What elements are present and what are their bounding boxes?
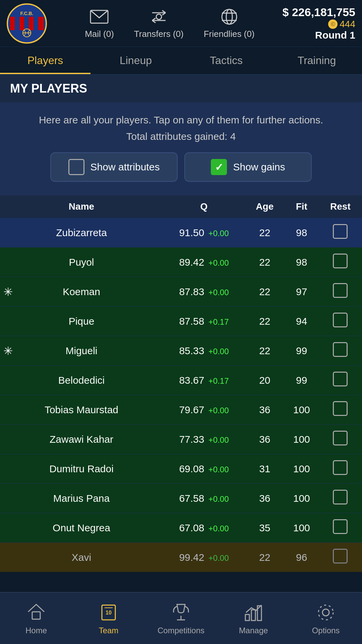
svg-rect-3 xyxy=(19,17,24,30)
total-attributes: Total attributes gained: 4 xyxy=(10,131,352,142)
player-name: Onut Negrea xyxy=(0,513,163,543)
star-badge: ✳ xyxy=(3,344,13,358)
tabs: Players Lineup Tactics Training xyxy=(0,47,362,75)
money-display: $ 226,181,755 xyxy=(283,6,355,19)
mail-label: Mail (0) xyxy=(85,29,114,39)
player-table: Name Q Age Fit Rest Zubizarreta 91.50 +0… xyxy=(0,195,362,572)
player-name: Zubizarreta xyxy=(0,218,163,248)
nav-team[interactable]: 10 Team xyxy=(72,593,145,644)
rest-checkbox[interactable] xyxy=(333,490,348,504)
tab-tactics[interactable]: Tactics xyxy=(181,47,272,74)
rest-checkbox[interactable] xyxy=(333,460,348,475)
rest-checkbox[interactable] xyxy=(333,519,348,534)
rest-checkbox[interactable] xyxy=(333,313,348,327)
player-name: Belodedici xyxy=(0,366,163,395)
rest-checkbox[interactable] xyxy=(333,401,348,416)
table-row[interactable]: Zubizarreta 91.50 +0.00 22 98 xyxy=(0,218,362,248)
svg-rect-22 xyxy=(251,610,255,621)
nav-competitions[interactable]: Competitions xyxy=(145,593,217,644)
rest-checkbox[interactable] xyxy=(333,224,348,239)
coins-display: © 444 xyxy=(283,19,355,30)
svg-text:10: 10 xyxy=(106,610,112,615)
table-row[interactable]: Marius Pana 67.58 +0.00 36 100 xyxy=(0,484,362,513)
rest-checkbox[interactable] xyxy=(333,342,348,357)
table-row[interactable]: Xavi 99.42 +0.00 22 96 xyxy=(0,543,362,572)
player-fit: 99 xyxy=(285,336,319,366)
club-logo[interactable]: F.C.B. xyxy=(7,3,47,44)
friendlies-button[interactable]: Friendlies (0) xyxy=(204,8,255,39)
player-fit: 100 xyxy=(285,425,319,454)
player-age: 35 xyxy=(245,513,285,543)
show-gains-button[interactable]: Show gains xyxy=(184,152,312,182)
table-row[interactable]: Onut Negrea 67.08 +0.00 35 100 xyxy=(0,513,362,543)
transfers-button[interactable]: Transfers (0) xyxy=(134,8,184,39)
player-rest-cell xyxy=(319,248,362,277)
show-attributes-button[interactable]: Show attributes xyxy=(50,152,178,182)
table-row[interactable]: Pique 87.58 +0.17 22 94 xyxy=(0,307,362,336)
player-quality: 79.67 +0.00 xyxy=(163,395,245,425)
player-age: 22 xyxy=(245,543,285,572)
player-rest-cell xyxy=(319,395,362,425)
table-row[interactable]: Puyol 89.42 +0.00 22 98 xyxy=(0,248,362,277)
rest-checkbox[interactable] xyxy=(333,372,348,386)
player-quality: 99.42 +0.00 xyxy=(163,543,245,572)
player-rest-cell xyxy=(319,454,362,484)
player-fit: 98 xyxy=(285,248,319,277)
tab-lineup[interactable]: Lineup xyxy=(90,47,181,74)
player-age: 22 xyxy=(245,248,285,277)
player-name: Puyol xyxy=(0,248,163,277)
player-age: 22 xyxy=(245,218,285,248)
player-fit: 100 xyxy=(285,484,319,513)
player-rest-cell xyxy=(319,218,362,248)
player-rest-cell xyxy=(319,307,362,336)
nav-manage-label: Manage xyxy=(239,626,268,635)
svg-rect-4 xyxy=(29,17,34,30)
nav-home[interactable]: Home xyxy=(0,593,72,644)
table-row[interactable]: Belodedici 83.67 +0.17 20 99 xyxy=(0,366,362,395)
nav-options[interactable]: Options xyxy=(290,593,362,644)
player-age: 36 xyxy=(245,425,285,454)
table-row[interactable]: ✳ Koeman 87.83 +0.00 22 97 xyxy=(0,277,362,307)
player-age: 20 xyxy=(245,366,285,395)
player-quality: 83.67 +0.17 xyxy=(163,366,245,395)
player-quality: 67.58 +0.00 xyxy=(163,484,245,513)
show-gains-checkbox xyxy=(211,159,227,175)
transfers-label: Transfers (0) xyxy=(134,29,184,39)
player-name: Marius Pana xyxy=(0,484,163,513)
player-fit: 100 xyxy=(285,454,319,484)
main-content: MY PLAYERS Here are all your players. Ta… xyxy=(0,75,362,572)
rest-checkbox[interactable] xyxy=(333,254,348,268)
player-age: 36 xyxy=(245,484,285,513)
player-age: 36 xyxy=(245,395,285,425)
rest-checkbox[interactable] xyxy=(333,283,348,298)
friendlies-label: Friendlies (0) xyxy=(204,29,255,39)
player-quality: 67.08 +0.00 xyxy=(163,513,245,543)
svg-rect-5 xyxy=(38,17,44,30)
player-fit: 100 xyxy=(285,395,319,425)
svg-point-12 xyxy=(226,9,232,24)
tab-training[interactable]: Training xyxy=(272,47,362,74)
player-age: 31 xyxy=(245,454,285,484)
table-row[interactable]: ✳ Migueli 85.33 +0.00 22 99 xyxy=(0,336,362,366)
player-name: Zawawi Kahar xyxy=(0,425,163,454)
rest-checkbox[interactable] xyxy=(333,549,348,564)
player-quality: 87.83 +0.00 xyxy=(163,277,245,307)
nav-manage[interactable]: Manage xyxy=(217,593,290,644)
player-age: 22 xyxy=(245,277,285,307)
table-row[interactable]: Tobias Maurstad 79.67 +0.00 36 100 xyxy=(0,395,362,425)
player-rest-cell xyxy=(319,543,362,572)
svg-rect-21 xyxy=(245,614,249,621)
rest-checkbox[interactable] xyxy=(333,431,348,445)
player-fit: 97 xyxy=(285,277,319,307)
player-quality: 85.33 +0.00 xyxy=(163,336,245,366)
tab-players[interactable]: Players xyxy=(0,47,90,74)
col-name: Name xyxy=(0,195,163,218)
round-display: Round 1 xyxy=(283,30,355,41)
show-attributes-label: Show attributes xyxy=(90,161,160,173)
table-row[interactable]: Zawawi Kahar 77.33 +0.00 36 100 xyxy=(0,425,362,454)
table-row[interactable]: Dumitru Radoi 69.08 +0.00 31 100 xyxy=(0,454,362,484)
player-name: ✳ Migueli xyxy=(0,336,163,366)
mail-button[interactable]: Mail (0) xyxy=(85,8,114,39)
player-fit: 94 xyxy=(285,307,319,336)
player-quality: 91.50 +0.00 xyxy=(163,218,245,248)
